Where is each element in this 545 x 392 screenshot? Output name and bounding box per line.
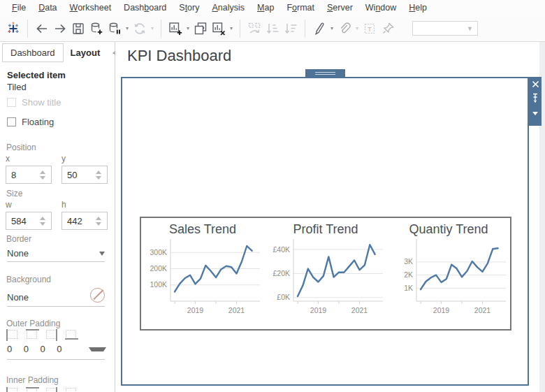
svg-text:£0K: £0K bbox=[277, 293, 290, 301]
outer-padding-top-value: 0 bbox=[24, 344, 41, 354]
pause-dropdown-caret[interactable]: ▾ bbox=[124, 25, 131, 31]
svg-text:2K: 2K bbox=[404, 270, 413, 279]
fit-selector: ▼ bbox=[412, 21, 478, 36]
pause-auto-updates-icon[interactable] bbox=[106, 20, 124, 38]
profit-trend-plot: £0K£20K£40K20192021 bbox=[266, 237, 386, 325]
svg-text:2021: 2021 bbox=[474, 306, 491, 314]
sales-trend-chart: Sales Trend 100K200K300K20192021 bbox=[141, 218, 264, 329]
dashboard-title[interactable]: KPI Dashboard bbox=[127, 47, 231, 65]
position-x-spin-arrows[interactable] bbox=[37, 170, 48, 180]
floating-label: Floating bbox=[22, 117, 54, 127]
svg-text:3K: 3K bbox=[404, 257, 413, 266]
menu-story[interactable]: Story bbox=[173, 1, 205, 15]
outer-padding-icons bbox=[7, 330, 76, 339]
chart-title: Sales Trend bbox=[169, 222, 236, 237]
padding-top-icon bbox=[27, 330, 37, 339]
position-y-label: y bbox=[61, 154, 108, 164]
container-close-icon[interactable] bbox=[532, 80, 539, 88]
tableau-window: FileDataWorksheetDashboardStoryAnalysisM… bbox=[0, 0, 545, 392]
outer-padding-left-value: 0 bbox=[7, 344, 24, 354]
menu-worksheet[interactable]: Worksheet bbox=[64, 1, 118, 15]
container-more-options-icon[interactable] bbox=[532, 112, 538, 115]
toolbar-separator bbox=[161, 20, 161, 38]
menu-data[interactable]: Data bbox=[32, 1, 63, 15]
container-pin-icon[interactable] bbox=[531, 93, 539, 103]
new-data-source-icon[interactable] bbox=[87, 20, 106, 38]
menu-analysis[interactable]: Analysis bbox=[205, 1, 251, 15]
menu-window[interactable]: Window bbox=[359, 1, 402, 15]
show-title-label: Show title bbox=[22, 97, 61, 108]
redo-icon[interactable] bbox=[51, 20, 69, 38]
position-y-spin-arrows[interactable] bbox=[93, 170, 104, 180]
position-y-stepper[interactable] bbox=[61, 166, 108, 184]
size-h-label: h bbox=[61, 200, 108, 210]
tab-dashboard[interactable]: Dashboard bbox=[2, 43, 64, 62]
profit-trend-chart: Profit Trend £0K£20K£40K20192021 bbox=[264, 218, 387, 329]
menu-server[interactable]: Server bbox=[321, 1, 359, 15]
toolbar-separator bbox=[240, 20, 240, 38]
size-w-spin-arrows[interactable] bbox=[37, 217, 48, 226]
svg-text:£40K: £40K bbox=[272, 245, 290, 254]
border-dropdown[interactable]: None bbox=[7, 248, 105, 259]
menu-format[interactable]: Format bbox=[280, 1, 321, 15]
svg-text:200K: 200K bbox=[150, 264, 167, 273]
position-x-input[interactable] bbox=[6, 170, 37, 180]
floating-checkbox-row[interactable]: Floating bbox=[7, 117, 54, 127]
background-label: Background bbox=[6, 275, 51, 284]
duplicate-sheet-icon[interactable] bbox=[191, 20, 210, 38]
clear-sheet-dropdown-caret[interactable]: ▾ bbox=[228, 25, 235, 31]
new-worksheet-icon[interactable] bbox=[166, 20, 184, 38]
chart-title: Profit Trend bbox=[293, 222, 358, 237]
background-picker[interactable]: None bbox=[7, 288, 105, 303]
undo-icon[interactable] bbox=[33, 20, 51, 38]
outer-padding-dropdown-caret[interactable] bbox=[89, 347, 106, 351]
size-h-input[interactable] bbox=[62, 216, 93, 226]
new-worksheet-dropdown-caret[interactable]: ▾ bbox=[184, 25, 191, 31]
svg-text:100K: 100K bbox=[150, 280, 167, 289]
svg-text:2019: 2019 bbox=[187, 306, 204, 314]
outer-padding-values: 0 0 0 0 bbox=[7, 344, 106, 354]
clear-sheet-icon[interactable] bbox=[210, 20, 228, 38]
selected-item-label: Selected item bbox=[7, 70, 66, 80]
svg-text:T: T bbox=[368, 24, 372, 32]
main-toolbar: ▾ ▾ ▾ bbox=[0, 15, 545, 42]
dashboard-canvas: KPI Dashboard Sales Trend 100K200K300K20… bbox=[115, 42, 545, 392]
swap-rows-columns-icon bbox=[245, 20, 263, 38]
tableau-logo-icon bbox=[4, 20, 22, 38]
layout-pane: Dashboard Layout < Selected item Tiled S… bbox=[0, 42, 115, 392]
pushpin-icon bbox=[379, 20, 397, 38]
no-fill-swatch-icon[interactable] bbox=[90, 288, 105, 303]
toolbar-separator bbox=[27, 20, 28, 38]
save-icon[interactable] bbox=[69, 20, 87, 38]
paperclip-dropdown-caret: ▾ bbox=[354, 25, 361, 31]
menu-dashboard[interactable]: Dashboard bbox=[117, 1, 173, 15]
text-object-icon: T bbox=[361, 20, 379, 38]
floating-checkbox[interactable] bbox=[7, 117, 16, 126]
highlight-dropdown-caret[interactable]: ▾ bbox=[328, 25, 335, 31]
menu-help[interactable]: Help bbox=[402, 1, 433, 15]
menu-file[interactable]: File bbox=[6, 1, 32, 15]
tab-layout[interactable]: Layout bbox=[64, 44, 108, 61]
highlight-pen-icon[interactable] bbox=[310, 20, 328, 38]
show-title-checkbox-row: Show title bbox=[7, 97, 61, 108]
size-h-stepper[interactable] bbox=[61, 212, 108, 230]
svg-text:300K: 300K bbox=[150, 248, 167, 256]
inner-padding-icons bbox=[7, 388, 76, 392]
size-w-stepper[interactable] bbox=[6, 212, 52, 230]
position-y-input[interactable] bbox=[62, 170, 93, 180]
sort-descending-icon bbox=[282, 20, 300, 38]
border-value: None bbox=[7, 248, 29, 259]
section-divider bbox=[7, 261, 105, 262]
kpi-worksheet-object[interactable]: Sales Trend 100K200K300K20192021 Profit … bbox=[140, 217, 511, 331]
pane-tabs: Dashboard Layout < bbox=[2, 43, 117, 62]
sales-trend-plot: 100K200K300K20192021 bbox=[143, 237, 263, 325]
chart-title: Quantiy Trend bbox=[409, 222, 488, 237]
menu-map[interactable]: Map bbox=[251, 1, 280, 15]
svg-text:1K: 1K bbox=[404, 284, 413, 292]
container-drag-handle-icon[interactable] bbox=[305, 69, 345, 78]
size-h-spin-arrows[interactable] bbox=[93, 217, 104, 226]
position-x-stepper[interactable] bbox=[6, 166, 52, 184]
svg-text:2019: 2019 bbox=[433, 306, 450, 314]
svg-text:£20K: £20K bbox=[272, 269, 290, 277]
size-w-input[interactable] bbox=[6, 216, 37, 226]
